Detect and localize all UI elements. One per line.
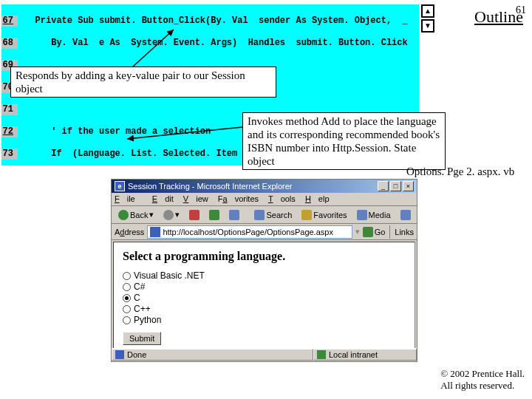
favorites-button[interactable]: Favorites	[298, 208, 350, 222]
maximize-button[interactable]: □	[390, 181, 401, 191]
refresh-icon	[209, 210, 219, 220]
down-arrow-button[interactable]: ▼	[421, 19, 434, 33]
page-icon	[150, 227, 160, 237]
search-button[interactable]: Search	[250, 208, 296, 222]
menu-help[interactable]: Help	[305, 194, 330, 203]
minimize-button[interactable]: _	[378, 181, 389, 191]
side-nav-buttons: ▲ ▼	[421, 4, 434, 33]
home-button[interactable]	[225, 208, 243, 222]
browser-statusbar: Done Local intranet	[112, 348, 417, 361]
close-button[interactable]: ×	[403, 181, 414, 191]
back-button[interactable]: Back ▾	[115, 208, 157, 222]
ie-icon: e	[115, 181, 125, 191]
browser-menubar: File Edit View Favorites Tools Help	[112, 193, 417, 206]
radio-vbnet[interactable]: Visual Basic .NET	[123, 270, 406, 281]
callout-add-method: Invokes method Add to place the language…	[242, 112, 446, 170]
stop-button[interactable]	[185, 208, 203, 222]
filename-label: Options. Pge 2. aspx. vb	[406, 166, 514, 178]
callout2-line2: and its corresponding recommended book's	[248, 128, 440, 141]
radio-c[interactable]: C	[123, 293, 406, 303]
submit-button[interactable]: Submit	[123, 332, 161, 345]
favorites-icon	[301, 210, 312, 220]
copyright-line2: All rights reserved.	[440, 380, 525, 392]
stop-icon	[189, 210, 200, 220]
done-icon	[115, 350, 124, 359]
browser-content: Select a programming language. Visual Ba…	[113, 242, 415, 351]
radio-python[interactable]: Python	[123, 315, 406, 325]
links-label[interactable]: Links	[395, 228, 414, 236]
callout2-line1: Invokes method Add to place the language	[248, 115, 440, 128]
browser-window: e Session Tracking - Microsoft Internet …	[111, 179, 417, 362]
menu-tools[interactable]: Tools	[268, 194, 296, 203]
browser-title: Session Tracking - Microsoft Internet Ex…	[128, 182, 293, 191]
code-line-72: ' if the user made a selection	[18, 126, 211, 137]
menu-edit[interactable]: Edit	[152, 194, 174, 203]
forward-icon	[163, 210, 174, 220]
menu-view[interactable]: View	[183, 194, 208, 203]
forward-button[interactable]: ▾	[160, 208, 183, 222]
copyright-line1: © 2002 Prentice Hall.	[440, 368, 525, 380]
menu-favorites[interactable]: Favorites	[218, 194, 259, 203]
menu-file[interactable]: File	[115, 194, 143, 203]
search-icon	[254, 210, 265, 220]
callout-session-pair: Responds by adding a key-value pair to o…	[10, 66, 276, 98]
outline-link[interactable]: Outline	[474, 7, 523, 27]
history-icon	[400, 210, 411, 220]
home-icon	[229, 210, 239, 220]
code-line-67: Private Sub submit. Button_Click(By. Val…	[18, 16, 408, 27]
code-line-68: By. Val e As System. Event. Args) Handle…	[18, 38, 408, 49]
browser-toolbar: Back ▾ ▾ Search Favorites Media	[112, 206, 417, 224]
history-button[interactable]	[397, 208, 415, 222]
address-input[interactable]: http://localhost/OptionsPage/OptionsPage…	[147, 225, 352, 239]
code-line-71	[18, 104, 19, 115]
browser-titlebar: e Session Tracking - Microsoft Internet …	[112, 180, 417, 193]
copyright-text: © 2002 Prentice Hall. All rights reserve…	[440, 368, 525, 392]
up-arrow-button[interactable]: ▲	[421, 4, 434, 18]
callout2-line3: ISBN number into Http.Session. State obj…	[248, 141, 440, 168]
go-icon	[363, 227, 373, 237]
refresh-button[interactable]	[205, 208, 223, 222]
zone-icon	[317, 350, 326, 359]
media-button[interactable]: Media	[353, 208, 395, 222]
status-zone: Local intranet	[313, 349, 417, 361]
callout1-text: Responds by adding a key-value pair to o…	[16, 69, 245, 95]
address-bar: Address http://localhost/OptionsPage/Opt…	[112, 224, 417, 240]
address-value: http://localhost/OptionsPage/OptionsPage…	[163, 228, 333, 236]
go-button[interactable]: Go	[363, 227, 386, 237]
back-icon	[118, 210, 129, 220]
address-label: Address	[115, 228, 144, 236]
radio-csharp[interactable]: C#	[123, 282, 406, 292]
page-heading: Select a programming language.	[123, 250, 406, 263]
radio-cpp[interactable]: C++	[123, 304, 406, 314]
media-icon	[357, 210, 367, 220]
status-done: Done	[112, 349, 313, 361]
